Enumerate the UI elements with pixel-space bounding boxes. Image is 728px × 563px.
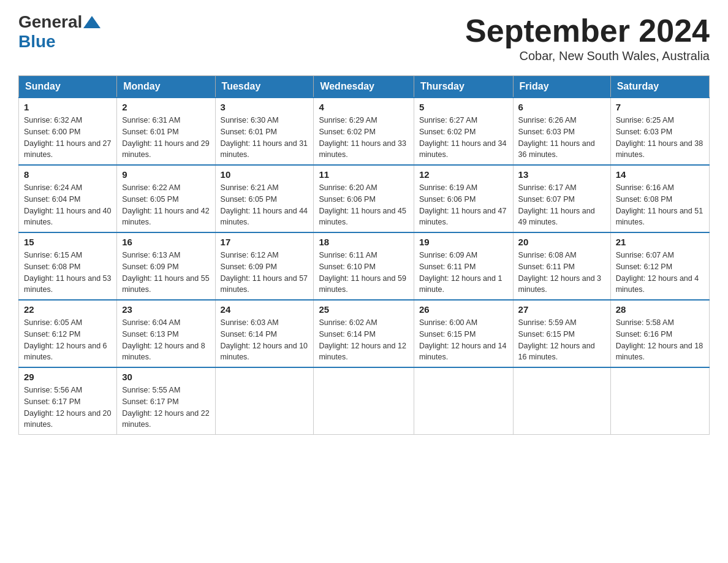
day-info: Sunrise: 6:05 AMSunset: 6:12 PMDaylight:… (24, 318, 107, 361)
day-info: Sunrise: 6:22 AMSunset: 6:05 PMDaylight:… (122, 183, 209, 226)
col-saturday: Saturday (610, 76, 709, 98)
day-number: 11 (319, 169, 408, 180)
calendar-week-row: 1 Sunrise: 6:32 AMSunset: 6:00 PMDayligh… (19, 98, 710, 165)
day-number: 14 (616, 169, 704, 180)
table-row: 2 Sunrise: 6:31 AMSunset: 6:01 PMDayligh… (117, 98, 215, 165)
day-info: Sunrise: 6:13 AMSunset: 6:09 PMDaylight:… (122, 251, 209, 294)
table-row: 10 Sunrise: 6:21 AMSunset: 6:05 PMDaylig… (215, 165, 314, 232)
table-row: 9 Sunrise: 6:22 AMSunset: 6:05 PMDayligh… (117, 165, 215, 232)
table-row: 1 Sunrise: 6:32 AMSunset: 6:00 PMDayligh… (19, 98, 117, 165)
day-number: 9 (122, 169, 210, 180)
table-row: 21 Sunrise: 6:07 AMSunset: 6:12 PMDaylig… (610, 232, 709, 300)
day-number: 30 (122, 372, 210, 382)
table-row: 7 Sunrise: 6:25 AMSunset: 6:03 PMDayligh… (610, 98, 709, 165)
day-info: Sunrise: 6:07 AMSunset: 6:12 PMDaylight:… (616, 251, 699, 294)
calendar-subtitle: Cobar, New South Wales, Australia (465, 49, 710, 63)
day-number: 10 (221, 169, 309, 180)
table-row: 28 Sunrise: 5:58 AMSunset: 6:16 PMDaylig… (610, 300, 709, 367)
table-row: 3 Sunrise: 6:30 AMSunset: 6:01 PMDayligh… (215, 98, 314, 165)
day-info: Sunrise: 6:24 AMSunset: 6:04 PMDaylight:… (24, 183, 111, 226)
day-info: Sunrise: 6:21 AMSunset: 6:05 PMDaylight:… (221, 183, 308, 226)
table-row: 29 Sunrise: 5:56 AMSunset: 6:17 PMDaylig… (19, 367, 117, 435)
calendar-week-row: 29 Sunrise: 5:56 AMSunset: 6:17 PMDaylig… (19, 367, 710, 435)
day-number: 18 (319, 237, 408, 247)
day-info: Sunrise: 6:27 AMSunset: 6:02 PMDaylight:… (419, 116, 506, 159)
col-wednesday: Wednesday (314, 76, 414, 98)
day-number: 28 (616, 304, 704, 315)
day-info: Sunrise: 6:12 AMSunset: 6:09 PMDaylight:… (221, 251, 308, 294)
col-friday: Friday (513, 76, 610, 98)
table-row (314, 367, 414, 435)
day-info: Sunrise: 6:11 AMSunset: 6:10 PMDaylight:… (319, 251, 406, 294)
day-number: 21 (616, 237, 704, 247)
day-number: 3 (221, 102, 309, 112)
day-number: 22 (24, 304, 112, 315)
table-row: 4 Sunrise: 6:29 AMSunset: 6:02 PMDayligh… (314, 98, 414, 165)
day-info: Sunrise: 6:04 AMSunset: 6:13 PMDaylight:… (122, 318, 205, 361)
table-row: 19 Sunrise: 6:09 AMSunset: 6:11 PMDaylig… (414, 232, 513, 300)
day-number: 2 (122, 102, 210, 112)
day-info: Sunrise: 5:59 AMSunset: 6:15 PMDaylight:… (518, 318, 595, 361)
day-info: Sunrise: 6:02 AMSunset: 6:14 PMDaylight:… (319, 318, 406, 361)
col-tuesday: Tuesday (215, 76, 314, 98)
logo-general-text: General (18, 12, 82, 32)
day-number: 4 (319, 102, 408, 112)
day-info: Sunrise: 6:30 AMSunset: 6:01 PMDaylight:… (221, 116, 308, 159)
table-row: 14 Sunrise: 6:16 AMSunset: 6:08 PMDaylig… (610, 165, 709, 232)
table-row: 5 Sunrise: 6:27 AMSunset: 6:02 PMDayligh… (414, 98, 513, 165)
day-info: Sunrise: 6:17 AMSunset: 6:07 PMDaylight:… (518, 183, 595, 226)
table-row: 11 Sunrise: 6:20 AMSunset: 6:06 PMDaylig… (314, 165, 414, 232)
table-row: 26 Sunrise: 6:00 AMSunset: 6:15 PMDaylig… (414, 300, 513, 367)
day-info: Sunrise: 6:32 AMSunset: 6:00 PMDaylight:… (24, 116, 111, 159)
table-row (513, 367, 610, 435)
table-row: 18 Sunrise: 6:11 AMSunset: 6:10 PMDaylig… (314, 232, 414, 300)
day-number: 5 (419, 102, 508, 112)
day-number: 15 (24, 237, 112, 247)
day-number: 24 (221, 304, 309, 315)
day-info: Sunrise: 6:20 AMSunset: 6:06 PMDaylight:… (319, 183, 406, 226)
day-info: Sunrise: 6:09 AMSunset: 6:11 PMDaylight:… (419, 251, 502, 294)
col-monday: Monday (117, 76, 215, 98)
calendar-header-row: Sunday Monday Tuesday Wednesday Thursday… (19, 76, 710, 98)
calendar-table: Sunday Monday Tuesday Wednesday Thursday… (18, 75, 710, 435)
calendar-title: September 2024 (465, 12, 710, 49)
day-number: 26 (419, 304, 508, 315)
day-info: Sunrise: 6:08 AMSunset: 6:11 PMDaylight:… (518, 251, 602, 294)
table-row: 16 Sunrise: 6:13 AMSunset: 6:09 PMDaylig… (117, 232, 215, 300)
day-number: 6 (518, 102, 605, 112)
logo: General Blue (18, 12, 102, 52)
day-number: 12 (419, 169, 508, 180)
table-row: 25 Sunrise: 6:02 AMSunset: 6:14 PMDaylig… (314, 300, 414, 367)
day-info: Sunrise: 6:16 AMSunset: 6:08 PMDaylight:… (616, 183, 703, 226)
table-row: 17 Sunrise: 6:12 AMSunset: 6:09 PMDaylig… (215, 232, 314, 300)
day-info: Sunrise: 5:55 AMSunset: 6:17 PMDaylight:… (122, 386, 209, 429)
logo-blue-text: Blue (18, 32, 56, 52)
title-block: September 2024 Cobar, New South Wales, A… (465, 12, 710, 63)
table-row: 12 Sunrise: 6:19 AMSunset: 6:06 PMDaylig… (414, 165, 513, 232)
table-row (414, 367, 513, 435)
day-info: Sunrise: 6:03 AMSunset: 6:14 PMDaylight:… (221, 318, 308, 361)
day-number: 19 (419, 237, 508, 247)
table-row (610, 367, 709, 435)
day-number: 16 (122, 237, 210, 247)
day-info: Sunrise: 6:26 AMSunset: 6:03 PMDaylight:… (518, 116, 595, 159)
table-row (215, 367, 314, 435)
day-info: Sunrise: 6:19 AMSunset: 6:06 PMDaylight:… (419, 183, 506, 226)
calendar-week-row: 15 Sunrise: 6:15 AMSunset: 6:08 PMDaylig… (19, 232, 710, 300)
day-number: 7 (616, 102, 704, 112)
day-info: Sunrise: 6:00 AMSunset: 6:15 PMDaylight:… (419, 318, 506, 361)
table-row: 23 Sunrise: 6:04 AMSunset: 6:13 PMDaylig… (117, 300, 215, 367)
day-number: 23 (122, 304, 210, 315)
calendar-week-row: 8 Sunrise: 6:24 AMSunset: 6:04 PMDayligh… (19, 165, 710, 232)
col-thursday: Thursday (414, 76, 513, 98)
day-number: 8 (24, 169, 112, 180)
table-row: 15 Sunrise: 6:15 AMSunset: 6:08 PMDaylig… (19, 232, 117, 300)
table-row: 27 Sunrise: 5:59 AMSunset: 6:15 PMDaylig… (513, 300, 610, 367)
calendar-week-row: 22 Sunrise: 6:05 AMSunset: 6:12 PMDaylig… (19, 300, 710, 367)
table-row: 13 Sunrise: 6:17 AMSunset: 6:07 PMDaylig… (513, 165, 610, 232)
day-number: 20 (518, 237, 605, 247)
day-number: 25 (319, 304, 408, 315)
day-number: 17 (221, 237, 309, 247)
day-info: Sunrise: 5:58 AMSunset: 6:16 PMDaylight:… (616, 318, 703, 361)
day-number: 29 (24, 372, 112, 382)
